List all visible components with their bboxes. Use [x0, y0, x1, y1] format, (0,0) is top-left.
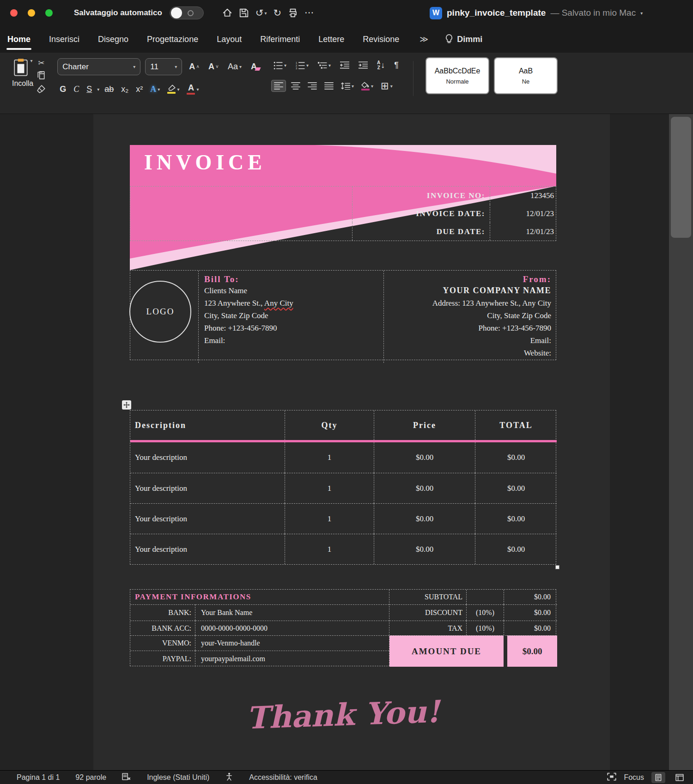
- proofing-icon[interactable]: [122, 772, 131, 783]
- tab-layout[interactable]: Layout: [216, 32, 243, 47]
- item-description[interactable]: Your description: [130, 503, 285, 534]
- tab-progettazione[interactable]: Progettazione: [146, 32, 199, 47]
- item-price[interactable]: $0.00: [374, 534, 475, 564]
- underline-button[interactable]: S: [84, 83, 94, 96]
- discount-value[interactable]: $0.00: [504, 604, 557, 621]
- copy-button[interactable]: [37, 71, 45, 81]
- highlight-button[interactable]: ▾: [165, 83, 182, 96]
- item-description[interactable]: Your description: [130, 473, 285, 503]
- amount-due-value[interactable]: $0.00: [504, 635, 557, 667]
- item-total[interactable]: $0.00: [475, 473, 557, 503]
- change-case-button[interactable]: Aa▾: [225, 60, 244, 73]
- tab-lettere[interactable]: Lettere: [317, 32, 345, 47]
- clear-formatting-button[interactable]: A: [249, 60, 259, 73]
- item-qty[interactable]: 1: [285, 473, 374, 503]
- item-total[interactable]: $0.00: [475, 442, 557, 473]
- tab-home[interactable]: Home: [6, 32, 31, 47]
- from-cell[interactable]: From: YOUR COMPANY NAME Address: 123 Any…: [383, 271, 557, 363]
- subscript-button[interactable]: x₂: [119, 83, 131, 96]
- discount-pct[interactable]: (10%): [466, 604, 504, 621]
- item-qty[interactable]: 1: [285, 442, 374, 473]
- numbering-button[interactable]: 123▾: [293, 60, 311, 71]
- more-tabs-icon[interactable]: ≫: [419, 34, 428, 44]
- item-qty[interactable]: 1: [285, 534, 374, 564]
- shrink-font-button[interactable]: A˅: [206, 60, 221, 73]
- tellme-button[interactable]: Dimmi: [445, 34, 482, 44]
- line-spacing-button[interactable]: ▾: [339, 80, 356, 91]
- align-right-button[interactable]: [305, 80, 319, 91]
- style-normal[interactable]: AaBbCcDdEe Normale: [426, 58, 488, 93]
- sort-button[interactable]: AZ↓: [375, 58, 387, 72]
- item-price[interactable]: $0.00: [374, 503, 475, 534]
- italic-button[interactable]: C: [71, 83, 81, 96]
- subtotal-value[interactable]: $0.00: [504, 590, 557, 604]
- more-commands-button[interactable]: ···: [304, 7, 314, 18]
- align-justify-button[interactable]: [322, 80, 336, 91]
- tab-revisione[interactable]: Revisione: [362, 32, 400, 47]
- font-size-select[interactable]: 11▾: [145, 58, 182, 75]
- show-formatting-marks-button[interactable]: ¶: [392, 59, 401, 72]
- invoice-date-value[interactable]: 12/01/23: [490, 205, 557, 223]
- align-left-button[interactable]: [271, 80, 286, 92]
- vertical-scrollbar[interactable]: [669, 114, 693, 770]
- document-page[interactable]: INVOICE INVOICE NO: 123456 INVOICE DATE:…: [93, 114, 610, 770]
- align-center-button[interactable]: [289, 80, 303, 91]
- close-button[interactable]: [10, 9, 18, 17]
- parties-table[interactable]: Bill To: Clients Name 123 Anywhere St., …: [130, 270, 556, 360]
- bank-acc-value[interactable]: 0000-0000-0000-0000: [195, 621, 389, 635]
- logo-placeholder[interactable]: LOGO: [129, 281, 191, 343]
- undo-button[interactable]: ↺▾: [255, 7, 267, 18]
- format-painter-button[interactable]: [37, 85, 45, 95]
- item-price[interactable]: $0.00: [374, 473, 475, 503]
- item-description[interactable]: Your description: [130, 534, 285, 564]
- language-indicator[interactable]: Inglese (Stati Uniti): [147, 773, 209, 782]
- word-count[interactable]: 92 parole: [75, 773, 106, 782]
- cut-button[interactable]: ✂: [37, 59, 45, 67]
- item-total[interactable]: $0.00: [475, 503, 557, 534]
- document-title-chip[interactable]: W pinky_invoice_template — Salvato in mi…: [430, 0, 643, 26]
- bold-button[interactable]: G: [57, 83, 68, 96]
- item-description[interactable]: Your description: [130, 442, 285, 473]
- redo-button[interactable]: ↻: [273, 7, 281, 18]
- print-layout-view-button[interactable]: [651, 772, 665, 783]
- font-name-select[interactable]: Charter▾: [57, 58, 140, 75]
- print-button[interactable]: [288, 8, 298, 18]
- due-date-value[interactable]: 12/01/23: [490, 223, 557, 241]
- tab-riferimenti[interactable]: Riferimenti: [259, 32, 301, 47]
- table-resize-handle[interactable]: [555, 565, 559, 569]
- bullets-button[interactable]: ▾: [271, 60, 289, 71]
- document-canvas[interactable]: INVOICE INVOICE NO: 123456 INVOICE DATE:…: [0, 114, 693, 770]
- focus-button[interactable]: Focus: [624, 773, 644, 782]
- fullscreen-button[interactable]: [45, 9, 53, 17]
- shading-button[interactable]: ▾: [359, 80, 376, 92]
- bank-value[interactable]: Your Bank Name: [195, 604, 389, 621]
- save-button[interactable]: [239, 8, 249, 18]
- text-effects-button[interactable]: A▾: [148, 83, 162, 96]
- font-color-button[interactable]: A ▾: [184, 82, 201, 96]
- grow-font-button[interactable]: A˄: [187, 60, 201, 73]
- invoice-meta-table[interactable]: INVOICE NO: 123456 INVOICE DATE: 12/01/2…: [130, 186, 556, 241]
- item-price[interactable]: $0.00: [374, 442, 475, 473]
- autosave-toggle[interactable]: [170, 6, 204, 19]
- page-indicator[interactable]: Pagina 1 di 1: [17, 773, 60, 782]
- home-button[interactable]: [222, 8, 232, 18]
- venmo-value[interactable]: your-Venmo-handle: [195, 635, 389, 651]
- minimize-button[interactable]: [28, 9, 35, 17]
- items-table[interactable]: Description Qty Price TOTAL Your descrip…: [130, 410, 556, 565]
- payment-table[interactable]: PAYMENT INFORMATIONS BANK: Your Bank Nam…: [130, 589, 556, 666]
- scrollbar-thumb[interactable]: [671, 117, 691, 238]
- style-next[interactable]: AaB Ne: [495, 58, 557, 93]
- increase-indent-button[interactable]: [356, 60, 370, 71]
- tax-value[interactable]: $0.00: [504, 621, 557, 635]
- multilevel-list-button[interactable]: ▾: [316, 60, 333, 71]
- item-qty[interactable]: 1: [285, 503, 374, 534]
- decrease-indent-button[interactable]: [338, 60, 352, 71]
- item-total[interactable]: $0.00: [475, 534, 557, 564]
- bill-to-cell[interactable]: Bill To: Clients Name 123 Anywhere St., …: [198, 271, 383, 363]
- tab-inserisci[interactable]: Inserisci: [48, 32, 80, 47]
- paypal-value[interactable]: yourpaypalemail.com: [195, 651, 389, 667]
- superscript-button[interactable]: x²: [134, 83, 145, 96]
- paste-button[interactable]: ▾ Incolla: [12, 58, 33, 95]
- borders-button[interactable]: ⊞▾: [378, 78, 395, 93]
- tab-disegno[interactable]: Disegno: [97, 32, 129, 47]
